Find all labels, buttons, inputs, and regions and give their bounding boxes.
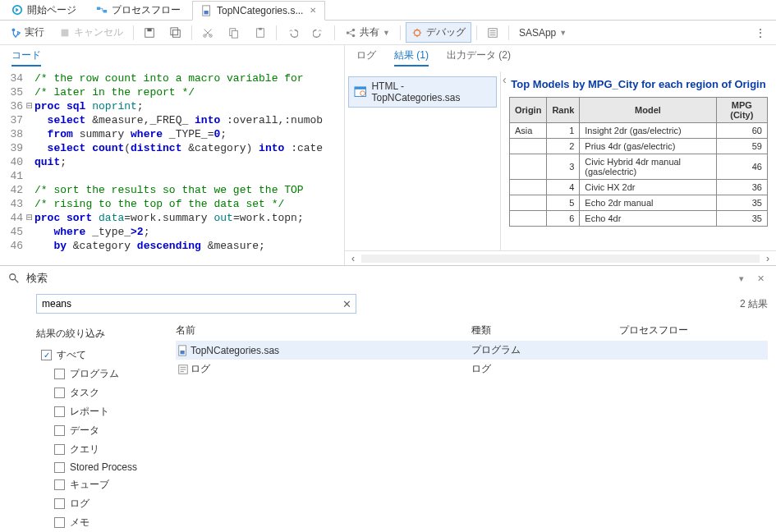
paste-button[interactable]	[250, 25, 271, 41]
tab-output-data[interactable]: 出力データ (2)	[447, 48, 511, 66]
line-number: 46	[2, 239, 26, 253]
line-number: 40	[2, 155, 26, 169]
checkbox-icon[interactable]	[54, 425, 65, 436]
svg-rect-1	[97, 7, 100, 11]
col-name[interactable]: 名前	[176, 323, 471, 337]
code-line[interactable]: 41	[2, 169, 344, 183]
filter-item[interactable]: データ	[36, 421, 176, 440]
table-cell: 6	[547, 210, 580, 226]
report-table: OriginRankModelMPG (City)Asia1Insight 2d…	[509, 97, 768, 227]
tab-results[interactable]: 結果 (1)	[394, 48, 429, 66]
search-input[interactable]	[36, 294, 356, 314]
filter-item[interactable]: Stored Process	[36, 459, 176, 475]
debug-icon	[411, 27, 423, 39]
scroll-track[interactable]	[361, 255, 760, 263]
subtab-code[interactable]: コード	[11, 48, 41, 66]
filter-item[interactable]: プログラム	[36, 365, 176, 383]
code-line[interactable]: 42/* sort the results so that we get the…	[2, 183, 344, 197]
prev-result-icon[interactable]: ‹	[503, 73, 507, 86]
filter-item[interactable]: ✓すべて	[36, 346, 176, 365]
table-cell: 59	[716, 138, 767, 154]
checkbox-icon[interactable]	[54, 444, 65, 455]
table-row[interactable]: 2Prius 4dr (gas/electric)59	[510, 138, 768, 154]
server-selector[interactable]: SASApp ▼	[514, 25, 572, 41]
share-button[interactable]: 共有 ▼	[340, 23, 395, 42]
search-result-row[interactable]: TopNCategories.sasプログラム	[176, 341, 768, 360]
code-line[interactable]: 40quit;	[2, 155, 344, 169]
tab-start-page[interactable]: 開始ページ	[3, 0, 85, 20]
code-line[interactable]: 44⊟proc sort data=work.summary out=work.…	[2, 211, 344, 225]
table-row[interactable]: 5Echo 2dr manual35	[510, 195, 768, 210]
col-type[interactable]: 種類	[471, 323, 619, 337]
close-icon[interactable]: ✕	[310, 6, 316, 15]
tab-process-flow[interactable]: プロセスフロー	[88, 0, 189, 20]
checkbox-icon[interactable]: ✓	[41, 350, 52, 360]
svg-rect-10	[173, 30, 181, 37]
filter-item[interactable]: キューブ	[36, 475, 176, 494]
results-output[interactable]: ‹ Top Models by MPG_City for each region…	[501, 71, 776, 250]
scroll-right-icon[interactable]: ›	[760, 253, 776, 264]
properties-button[interactable]	[482, 25, 503, 41]
checkbox-icon[interactable]	[54, 517, 65, 528]
filter-label: タスク	[70, 386, 99, 400]
horizontal-scrollbar[interactable]: ‹ ›	[345, 250, 776, 265]
search-result-row[interactable]: ログログ	[176, 360, 768, 378]
clear-search-icon[interactable]: ✕	[342, 298, 351, 310]
debug-button[interactable]: デバッグ	[406, 22, 471, 43]
save-icon	[144, 27, 155, 39]
fold-icon[interactable]: ⊟	[26, 99, 34, 113]
code-line[interactable]: 38 from summary where _TYPE_=0;	[2, 127, 344, 141]
col-processflow[interactable]: プロセスフロー	[619, 323, 768, 337]
results-outline-item[interactable]: HTML - TopNCategories.sas	[348, 76, 497, 108]
undo-button[interactable]	[282, 25, 303, 41]
checkbox-icon[interactable]	[54, 479, 65, 490]
table-cell: Asia	[510, 122, 547, 138]
redo-button[interactable]	[308, 25, 329, 41]
table-row[interactable]: 3Civic Hybrid 4dr manual (gas/electric)4…	[510, 154, 768, 179]
checkbox-icon[interactable]	[54, 388, 65, 398]
code-line[interactable]: 36⊟proc sql noprint;	[2, 99, 344, 113]
result-count: 2 結果	[740, 297, 768, 311]
close-panel-icon[interactable]: ✕	[754, 273, 768, 284]
checkbox-icon[interactable]	[54, 462, 65, 473]
code-line[interactable]: 46 by &category descending &measure;	[2, 239, 344, 253]
filter-item[interactable]: クエリ	[36, 440, 176, 459]
scroll-left-icon[interactable]: ‹	[345, 253, 361, 264]
copy-button[interactable]	[223, 25, 245, 41]
code-text: /* later in the report */	[34, 85, 344, 99]
filter-item[interactable]: レポート	[36, 402, 176, 421]
save-button[interactable]	[139, 25, 160, 41]
filter-label: すべて	[57, 348, 86, 362]
checkbox-icon[interactable]	[54, 369, 65, 379]
code-line[interactable]: 45 where _type_>2;	[2, 225, 344, 239]
code-line[interactable]: 37 select &measure,_FREQ_ into :overall,…	[2, 113, 344, 127]
code-line[interactable]: 35/* later in the report */	[2, 85, 344, 99]
filter-item[interactable]: ログ	[36, 494, 176, 513]
tab-log[interactable]: ログ	[356, 48, 376, 66]
table-row[interactable]: 4Civic HX 2dr36	[510, 179, 768, 195]
minimize-icon[interactable]: ▾	[736, 273, 747, 284]
fold-icon[interactable]: ⊟	[26, 211, 34, 225]
separator	[191, 25, 192, 40]
code-line[interactable]: 39 select count(distinct &category) into…	[2, 141, 344, 155]
run-button[interactable]: 実行	[5, 23, 49, 42]
saveall-button[interactable]	[165, 25, 186, 41]
fold-icon	[26, 225, 34, 239]
more-menu[interactable]: ⋮	[750, 24, 771, 42]
code-editor[interactable]: 34/* the row count into a macro variable…	[0, 71, 344, 265]
line-number: 37	[2, 113, 26, 127]
table-row[interactable]: 6Echo 4dr35	[510, 210, 768, 226]
cut-button[interactable]	[197, 25, 218, 41]
tab-topncategories[interactable]: TopNCategories.s... ✕	[192, 1, 325, 21]
table-row[interactable]: Asia1Insight 2dr (gas/electric)60	[510, 122, 768, 138]
table-cell: 35	[716, 210, 767, 226]
code-line[interactable]: 34/* the row count into a macro variable…	[2, 71, 344, 85]
filter-item[interactable]: タスク	[36, 383, 176, 402]
svg-rect-2	[103, 10, 107, 13]
table-cell: 46	[716, 154, 767, 179]
checkbox-icon[interactable]	[54, 498, 65, 509]
checkbox-icon[interactable]	[54, 406, 65, 417]
code-line[interactable]: 43/* rising to the top of the data set *…	[2, 197, 344, 211]
filter-item[interactable]: メモ	[36, 513, 176, 532]
undo-icon	[287, 27, 298, 39]
